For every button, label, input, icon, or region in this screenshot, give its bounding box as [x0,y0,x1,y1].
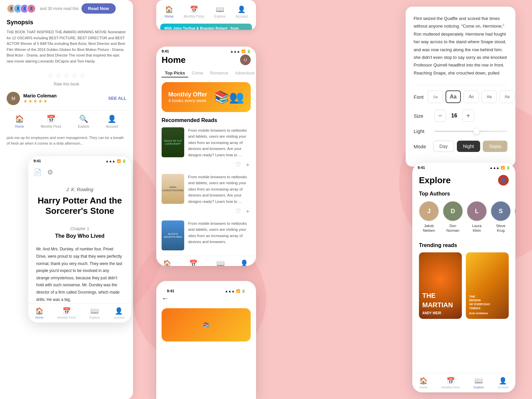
user-avatar[interactable]: U [240,55,251,65]
author-avatar-laura: L [466,201,487,221]
read-now-button[interactable]: Read Now [81,3,116,14]
rnav-account[interactable]: 👤 Account [114,307,125,319]
reading-author: J. K. Rowling [28,187,131,192]
rating-stars[interactable]: ☆ ☆ ☆ ☆ ☆ [7,71,126,80]
star-2[interactable]: ☆ [55,71,62,80]
size-increase-button[interactable]: + [462,110,474,122]
enav-home[interactable]: 🏠 Home [419,377,428,389]
bottom-banner: 📚 [162,308,251,341]
mode-day-button[interactable]: Day [433,141,454,152]
pnav-monthly[interactable]: 📅 Monthly Picks [184,259,203,266]
explore-title: Explore [419,175,451,186]
tnav-banner-text: With John Torthat & Braeden Robert - fro… [164,26,248,30]
signal-icon: ▲▲▲ [230,50,240,53]
synopsis-text: THE BOOK THAT INSPIRED THE AWARD-WINNING… [7,29,126,65]
star-4[interactable]: ☆ [71,71,78,80]
star-5[interactable]: ☆ [79,71,86,80]
star-3[interactable]: ☆ [63,71,70,80]
tnav-home[interactable]: 🏠 Home [165,5,174,18]
author-item-steve[interactable]: S SteveKrug [491,201,511,233]
brightness-thumb[interactable] [473,128,479,134]
tnav-account[interactable]: 👤 Account [236,5,248,18]
brightness-setting-row: Light [414,128,507,134]
pnav-account[interactable]: 👤 Account [239,259,250,266]
font-option-4[interactable]: Aa [481,90,497,103]
tab-crime[interactable]: Crime [188,69,206,77]
author-item-ste[interactable]: S Sten H. [515,201,515,233]
heart-button-1[interactable]: ♡ [235,161,241,169]
author-avatar-steve: S [490,201,511,221]
left-nav-explore[interactable]: 🔍 Explore [78,115,89,128]
mode-sepia-button[interactable]: Sepia [483,141,507,152]
bottom-status-bar: 9:41 ▲▲▲ 📶 🔋 [162,286,251,294]
add-button-2[interactable]: ＋ [245,207,251,215]
enav-account[interactable]: 👤 Account [498,377,509,389]
font-option-5[interactable]: Aa [499,90,515,103]
see-all-link[interactable]: SEE ALL [108,96,126,101]
author-item-don[interactable]: D DonNorman [443,201,463,233]
martian-cover-text: THE MARTIAN ANDY WEIR [419,288,462,319]
tnav-explore[interactable]: 📖 Explore [214,5,225,18]
font-option-3[interactable]: Aa [464,90,479,103]
category-tabs: Top Picks Crime Romance Adventure Horro.… [156,69,256,77]
tab-adventure[interactable]: Adventure [232,69,256,77]
tnav-monthly[interactable]: 📅 Monthly Picks [184,5,204,18]
left-nav-home[interactable]: 🏠 Home [15,115,24,128]
tab-romance[interactable]: Romance [206,69,232,77]
font-option-1[interactable]: Aa [428,90,443,103]
author-item-jakob[interactable]: J JakobNielsen [419,201,439,233]
reading-time: 9:41 [34,159,41,163]
trending-book-martian[interactable]: THE MARTIAN ANDY WEIR [419,252,462,319]
tab-top-picks[interactable]: Top Picks [162,69,188,77]
star-1[interactable]: ☆ [47,71,54,80]
banner-books-icon: 📚👥 [214,90,244,104]
read-count-label: and 30 more read this [40,6,79,11]
author-name-don: DonNorman [446,223,459,233]
reading-bookmark-icon[interactable]: 📄 [34,168,42,176]
size-setting-row: Size − 16 + [414,110,507,122]
font-options: Aa Aa Aa Aa Aa [428,90,515,103]
left-nav-account[interactable]: 👤 Account [106,115,118,128]
brightness-slider[interactable] [434,131,507,132]
banner-title: Monthly Offer [168,91,207,98]
monthly-offer-banner[interactable]: Monthly Offer 4 books every week 📚👥 [162,82,251,112]
reading-title: Harry Potter And the Sorcerer's Stone [36,196,123,216]
pnav-explore[interactable]: 📖 Explore [215,259,226,266]
status-bar: 9:41 ▲▲▲ 📶 🔋 [156,47,256,55]
book-cover-pippi: PIPPI LONGSTOCKING [162,174,184,204]
author-item-laura[interactable]: L LauraKlein [467,201,487,233]
reading-chapter-title: The Boy Who Lived [28,233,131,239]
recommended-title: Recommended Reads [156,117,256,123]
rnav-monthly[interactable]: 📅 Monthly Picks [57,307,76,319]
size-decrease-button[interactable]: − [434,110,446,122]
heart-button-2[interactable]: ♡ [235,207,241,215]
back-button[interactable]: ← [162,294,251,303]
mode-night-button[interactable]: Night [457,141,480,152]
explore-user-avatar[interactable]: 👤 [498,175,509,186]
pnav-home[interactable]: 🏠 Home [163,259,171,266]
size-label: Size [414,113,430,119]
mode-setting-row: Mode Day Night Sepia [414,141,507,152]
trending-book-design[interactable]: TheDESIGNof EVERYDAYTHINGS DON NORMAN [466,252,509,319]
explore-signal: ▲▲▲ [489,166,499,170]
enav-explore[interactable]: 📖 Explore [474,377,484,389]
reading-settings-icon[interactable]: ⚙ [47,168,53,176]
size-control: − 16 + [434,110,474,122]
banner-subtitle: 4 books every week [168,98,207,103]
rate-label: Rate this book [7,82,126,86]
book-cover-alice: ALICE'S ADVENTURES [162,220,184,250]
rnav-explore[interactable]: 📖 Explore [90,307,100,319]
authors-row: J JakobNielsen D DonNorman L LauraKlein … [412,201,515,233]
author-avatar-ste: S [514,201,515,221]
review-body: pick-me-up for employees and even manage… [7,135,126,147]
light-label: Light [414,128,430,134]
left-nav-monthly[interactable]: 📅 Monthly Picks [41,115,61,128]
rnav-home[interactable]: 🏠 Home [35,307,44,319]
enav-monthly[interactable]: 📅 Monthly Picks [441,377,460,389]
author-name-steve: SteveKrug [496,223,505,233]
reading-signal: ▲▲▲ [105,159,115,163]
mode-label: Mode [414,144,429,149]
add-button-1[interactable]: ＋ [245,161,251,169]
reading-phone: 9:41 ▲▲▲ 📶 🔋 📄 ⚙ J. K. Rowling Harry Pot… [28,156,131,323]
font-option-2[interactable]: Aa [446,90,461,103]
